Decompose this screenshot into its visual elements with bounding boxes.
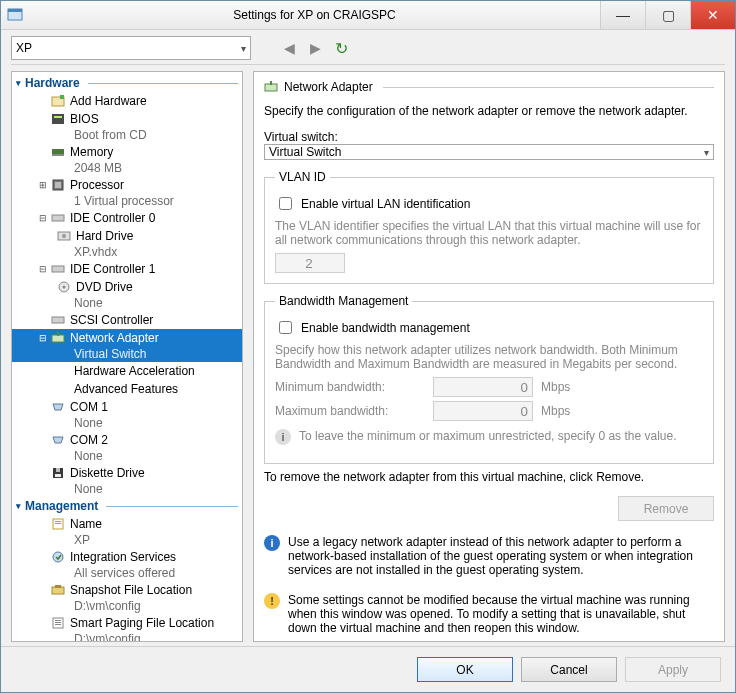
bandwidth-desc: Specify how this network adapter utilize… bbox=[275, 343, 703, 371]
tree-com2[interactable]: COM 2 bbox=[12, 431, 242, 449]
chevron-down-icon: ▾ bbox=[704, 147, 709, 158]
vlan-group: VLAN ID Enable virtual LAN identificatio… bbox=[264, 170, 714, 284]
close-button[interactable]: ✕ bbox=[690, 1, 735, 29]
tree-integration[interactable]: Integration Services bbox=[12, 548, 242, 566]
processor-icon bbox=[50, 177, 66, 193]
info-icon: i bbox=[275, 429, 291, 445]
vlan-id-input bbox=[275, 253, 345, 273]
cancel-button[interactable]: Cancel bbox=[521, 657, 617, 682]
collapse-icon[interactable]: ⊟ bbox=[36, 213, 50, 223]
warning-icon: ! bbox=[264, 593, 280, 609]
tree-ide0-hd-sub: XP.vhdx bbox=[12, 245, 242, 260]
tree-bios-sub: Boot from CD bbox=[12, 128, 242, 143]
tree-smartpaging-sub: D:\vm\config bbox=[12, 632, 242, 642]
tree-memory-sub: 2048 MB bbox=[12, 161, 242, 176]
min-bw-input bbox=[433, 377, 533, 397]
app-icon bbox=[7, 7, 23, 23]
section-management: ▾ Management bbox=[12, 497, 242, 515]
svg-rect-21 bbox=[55, 474, 61, 477]
remove-button: Remove bbox=[618, 496, 714, 521]
settings-tree[interactable]: ▾ Hardware Add Hardware BIOS Boot from C… bbox=[11, 71, 243, 642]
virtual-switch-label: Virtual switch: bbox=[264, 130, 714, 144]
tree-add-hardware[interactable]: Add Hardware bbox=[12, 92, 242, 110]
vlan-legend: VLAN ID bbox=[275, 170, 330, 184]
network-adapter-icon bbox=[264, 80, 278, 94]
chevron-down-icon: ▾ bbox=[241, 43, 246, 54]
nav-forward-button[interactable]: ▶ bbox=[305, 38, 325, 58]
tree-memory[interactable]: Memory bbox=[12, 143, 242, 161]
tree-com1-sub: None bbox=[12, 416, 242, 431]
collapse-icon[interactable]: ⊟ bbox=[36, 333, 50, 343]
tree-name[interactable]: Name bbox=[12, 515, 242, 533]
bandwidth-enable-checkbox[interactable] bbox=[279, 321, 292, 334]
tree-hw-accel[interactable]: Hardware Acceleration bbox=[12, 362, 242, 380]
svg-rect-30 bbox=[55, 622, 61, 623]
section-management-label: Management bbox=[25, 499, 98, 513]
tree-ide1[interactable]: ⊟ IDE Controller 1 bbox=[12, 260, 242, 278]
maximize-button[interactable]: ▢ bbox=[645, 1, 690, 29]
dialog-footer: OK Cancel Apply bbox=[1, 646, 735, 692]
min-bw-label: Minimum bandwidth: bbox=[275, 380, 425, 394]
max-bw-input bbox=[433, 401, 533, 421]
tree-name-sub: XP bbox=[12, 533, 242, 548]
remove-text: To remove the network adapter from this … bbox=[264, 470, 714, 484]
svg-rect-4 bbox=[52, 114, 64, 124]
tree-ide0-hd[interactable]: Hard Drive bbox=[12, 227, 242, 245]
hard-drive-icon bbox=[56, 228, 72, 244]
svg-rect-10 bbox=[52, 215, 64, 221]
tree-diskette[interactable]: Diskette Drive bbox=[12, 464, 242, 482]
scsi-controller-icon bbox=[50, 312, 66, 328]
section-hardware: ▾ Hardware bbox=[12, 74, 242, 92]
smartpaging-icon bbox=[50, 615, 66, 631]
expand-icon[interactable]: ⊞ bbox=[36, 180, 50, 190]
tree-integration-sub: All services offered bbox=[12, 566, 242, 581]
bandwidth-group: Bandwidth Management Enable bandwidth ma… bbox=[264, 294, 714, 464]
vm-select-combo[interactable]: XP ▾ bbox=[11, 36, 251, 60]
collapse-icon[interactable]: ▾ bbox=[16, 501, 21, 511]
tree-com1[interactable]: COM 1 bbox=[12, 398, 242, 416]
svg-rect-5 bbox=[54, 116, 62, 118]
virtual-switch-value: Virtual Switch bbox=[269, 145, 341, 159]
tree-snapshot-sub: D:\vm\config bbox=[12, 599, 242, 614]
tree-bios[interactable]: BIOS bbox=[12, 110, 242, 128]
svg-rect-9 bbox=[55, 182, 61, 188]
tree-snapshot[interactable]: Snapshot File Location bbox=[12, 581, 242, 599]
bandwidth-legend: Bandwidth Management bbox=[275, 294, 412, 308]
virtual-switch-combo[interactable]: Virtual Switch ▾ bbox=[264, 144, 714, 160]
tree-adv-features[interactable]: Advanced Features bbox=[12, 380, 242, 398]
svg-rect-33 bbox=[270, 81, 272, 85]
refresh-button[interactable]: ↻ bbox=[331, 38, 351, 58]
controller-icon bbox=[50, 210, 66, 226]
tree-ide1-dvd[interactable]: DVD Drive bbox=[12, 278, 242, 296]
svg-rect-3 bbox=[60, 95, 64, 99]
collapse-icon[interactable]: ▾ bbox=[16, 78, 21, 88]
add-hardware-icon bbox=[50, 93, 66, 109]
minimize-button[interactable]: — bbox=[600, 1, 645, 29]
legacy-adapter-info: Use a legacy network adapter instead of … bbox=[288, 535, 714, 577]
bandwidth-enable-label: Enable bandwidth management bbox=[301, 321, 470, 335]
svg-rect-13 bbox=[52, 266, 64, 272]
tree-processor[interactable]: ⊞ Processor bbox=[12, 176, 242, 194]
svg-rect-20 bbox=[56, 468, 60, 472]
network-adapter-icon bbox=[50, 330, 66, 346]
toolbar: XP ▾ ◀ ▶ ↻ bbox=[1, 30, 735, 64]
panel-title: Network Adapter bbox=[284, 80, 373, 94]
nav-back-button[interactable]: ◀ bbox=[279, 38, 299, 58]
running-warning: Some settings cannot be modified because… bbox=[288, 593, 714, 635]
ok-button[interactable]: OK bbox=[417, 657, 513, 682]
tree-ide1-dvd-sub: None bbox=[12, 296, 242, 311]
collapse-icon[interactable]: ⊟ bbox=[36, 264, 50, 274]
min-bw-unit: Mbps bbox=[541, 380, 570, 394]
window-title: Settings for XP on CRAIGSPC bbox=[29, 8, 600, 22]
tree-ide0[interactable]: ⊟ IDE Controller 0 bbox=[12, 209, 242, 227]
tree-smartpaging[interactable]: Smart Paging File Location bbox=[12, 614, 242, 632]
controller-icon bbox=[50, 261, 66, 277]
tree-network-adapter[interactable]: ⊟ Network Adapter bbox=[12, 329, 242, 347]
svg-rect-7 bbox=[52, 154, 64, 156]
vlan-enable-checkbox[interactable] bbox=[279, 197, 292, 210]
svg-rect-26 bbox=[52, 587, 64, 594]
bandwidth-hint: To leave the minimum or maximum unrestri… bbox=[299, 429, 676, 443]
diskette-icon bbox=[50, 465, 66, 481]
info-icon: i bbox=[264, 535, 280, 551]
tree-scsi[interactable]: SCSI Controller bbox=[12, 311, 242, 329]
